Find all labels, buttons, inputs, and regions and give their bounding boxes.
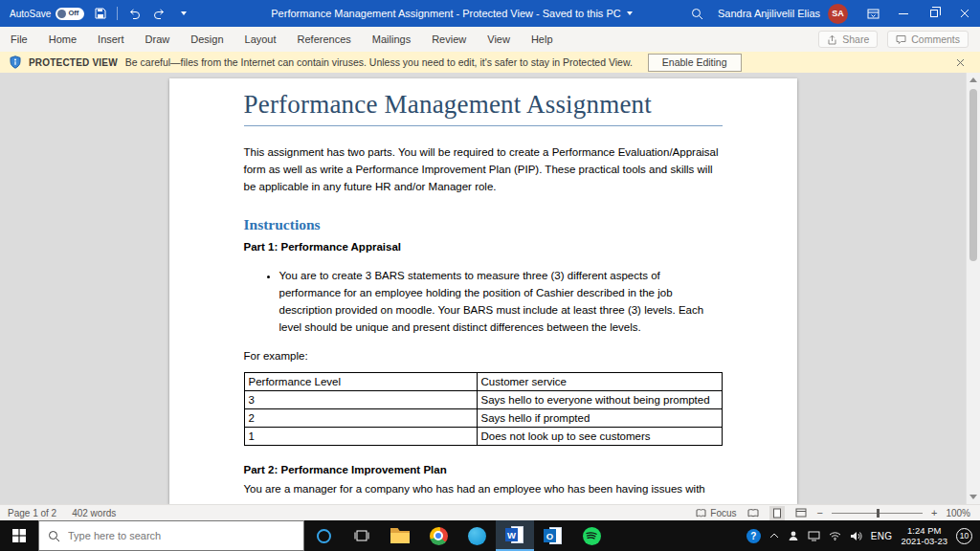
autosave-label: AutoSave: [10, 9, 51, 19]
table-cell: Says hello if prompted: [477, 409, 722, 428]
part2-heading: Part 2: Performance Improvement Plan: [244, 461, 723, 478]
table-cell: Says hello to everyone without being pro…: [477, 391, 722, 409]
table-cell: Performance Level: [244, 373, 477, 391]
word-count[interactable]: 402 words: [72, 508, 116, 518]
document-canvas[interactable]: Performance Management Assignment This a…: [0, 73, 966, 504]
quick-access-chevron-icon[interactable]: [175, 2, 192, 25]
intro-paragraph: This assignment has two parts. You will …: [244, 143, 723, 195]
tab-draw[interactable]: Draw: [135, 27, 181, 52]
protected-view-bar: PROTECTED VIEW Be careful—files from the…: [0, 52, 980, 73]
avatar[interactable]: SA: [828, 4, 848, 24]
table-row: 2 Says hello if prompted: [244, 409, 722, 428]
title-dropdown-icon[interactable]: [627, 11, 633, 15]
close-button[interactable]: [949, 0, 980, 27]
word-icon[interactable]: W: [496, 520, 534, 551]
page-count[interactable]: Page 1 of 2: [8, 508, 56, 518]
part1-heading: Part 1: Performance Appraisal: [244, 238, 723, 255]
shield-icon: [10, 55, 21, 69]
start-button[interactable]: [0, 520, 38, 551]
tab-file[interactable]: File: [0, 27, 38, 52]
document-area: Performance Management Assignment This a…: [0, 73, 980, 504]
wifi-icon[interactable]: [829, 531, 841, 540]
enable-editing-button[interactable]: Enable Editing: [648, 54, 742, 72]
zoom-slider-thumb[interactable]: [877, 509, 880, 518]
taskbar-search-input[interactable]: [68, 530, 295, 541]
read-mode-icon[interactable]: [746, 506, 761, 520]
autosave-switch[interactable]: Off: [56, 8, 84, 20]
status-bar: Page 1 of 2 402 words Focus − + 100%: [0, 504, 980, 520]
tab-help[interactable]: Help: [521, 27, 564, 52]
undo-icon[interactable]: [125, 2, 143, 25]
bullet-item: You are to create 3 BARS statements to m…: [279, 267, 723, 336]
get-help-icon[interactable]: ?: [746, 529, 761, 543]
search-icon[interactable]: [681, 0, 712, 27]
redo-icon[interactable]: [150, 2, 167, 25]
spotify-icon[interactable]: [572, 520, 611, 551]
table-cell: 3: [244, 391, 477, 409]
separator: [117, 7, 118, 20]
language-indicator[interactable]: ENG: [871, 531, 893, 541]
bars-example-table: Performance Level Customer service 3 Say…: [244, 372, 723, 446]
instructions-heading: Instructions: [244, 216, 723, 233]
tab-layout[interactable]: Layout: [234, 27, 287, 52]
scrollbar-thumb[interactable]: [969, 89, 977, 261]
table-cell: Does not look up to see customers: [477, 428, 722, 446]
bullet-list: You are to create 3 BARS statements to m…: [244, 267, 723, 336]
clock-time: 1:24 PM: [907, 525, 941, 536]
table-cell: Customer service: [477, 373, 722, 391]
message-bar-close-icon[interactable]: [949, 58, 970, 67]
minimize-button[interactable]: [888, 0, 919, 27]
notification-badge[interactable]: 10: [956, 528, 972, 544]
people-icon[interactable]: [788, 530, 799, 541]
document-page[interactable]: Performance Management Assignment This a…: [169, 78, 797, 504]
share-icon: [827, 34, 837, 45]
chrome-icon[interactable]: [419, 520, 457, 551]
zoom-in-button[interactable]: +: [931, 508, 937, 518]
network-icon[interactable]: [808, 531, 820, 541]
taskbar-search[interactable]: [38, 520, 304, 551]
zoom-slider[interactable]: [832, 513, 923, 514]
comments-label: Comments: [911, 33, 960, 45]
task-view-button[interactable]: [343, 520, 381, 551]
tab-view[interactable]: View: [477, 27, 521, 52]
outlook-icon[interactable]: O: [534, 520, 572, 551]
ribbon-display-options-icon[interactable]: [858, 0, 888, 27]
volume-icon[interactable]: [850, 531, 862, 541]
comments-button[interactable]: Comments: [887, 31, 969, 48]
magnifier-icon: [48, 530, 60, 542]
scroll-up-icon[interactable]: [967, 73, 980, 87]
ribbon-tab-bar: File Home Insert Draw Design Layout Refe…: [0, 27, 980, 52]
tab-home[interactable]: Home: [38, 27, 87, 52]
tab-review[interactable]: Review: [421, 27, 477, 52]
autosave-toggle[interactable]: AutoSave Off: [10, 8, 84, 20]
vertical-scrollbar[interactable]: [966, 73, 980, 504]
clock[interactable]: 1:24 PM 2021-03-23: [901, 525, 947, 546]
zoom-level[interactable]: 100%: [946, 508, 970, 518]
table-cell: 1: [244, 428, 477, 446]
skype-icon[interactable]: [457, 520, 496, 551]
scroll-down-icon[interactable]: [967, 490, 980, 504]
file-explorer-icon[interactable]: [381, 520, 419, 551]
windows-taskbar: W O ? ENG 1:24 PM 2021-03-23 10: [0, 520, 980, 551]
share-button[interactable]: Share: [818, 31, 878, 48]
focus-button[interactable]: Focus: [696, 508, 736, 518]
task-view-icon: [354, 529, 369, 542]
window-title: Performance Management Assignment - Prot…: [163, 0, 741, 27]
tab-design[interactable]: Design: [180, 27, 234, 52]
tab-insert[interactable]: Insert: [87, 27, 135, 52]
restore-button[interactable]: [919, 0, 949, 27]
zoom-out-button[interactable]: −: [817, 508, 823, 518]
tab-mailings[interactable]: Mailings: [362, 27, 421, 52]
save-icon[interactable]: [92, 2, 109, 25]
print-layout-icon[interactable]: [769, 506, 785, 520]
account-name[interactable]: Sandra Anjilivelil Elias: [718, 8, 820, 19]
cortana-button[interactable]: [304, 520, 343, 551]
cortana-icon: [317, 529, 331, 543]
windows-logo-icon: [12, 529, 26, 542]
table-row: Performance Level Customer service: [244, 373, 722, 391]
part2-paragraph: You are a manager for a company who has …: [244, 480, 723, 497]
tray-expand-icon[interactable]: [769, 533, 779, 539]
protected-view-label: PROTECTED VIEW: [29, 57, 118, 68]
web-layout-icon[interactable]: [793, 506, 809, 520]
tab-references[interactable]: References: [287, 27, 362, 52]
